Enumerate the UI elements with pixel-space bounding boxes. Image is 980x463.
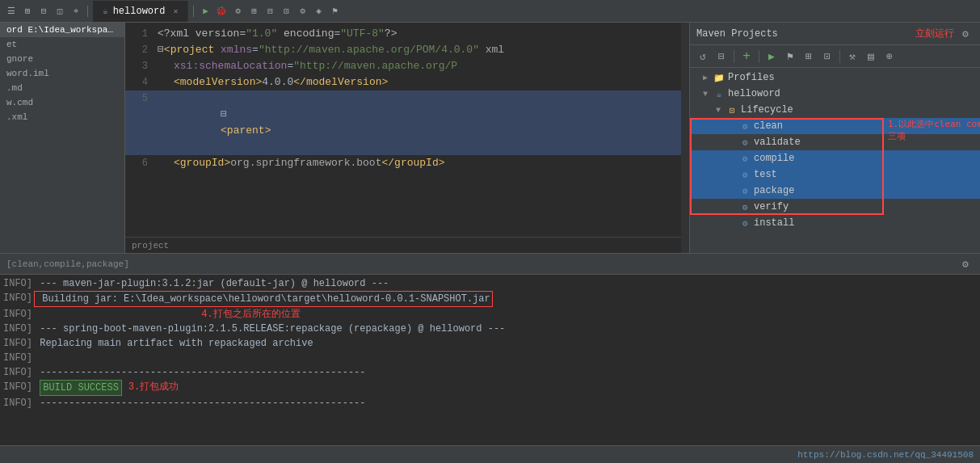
tab-helloword[interactable]: ☕ helloword ✕ — [93, 1, 188, 22]
tree-item-test[interactable]: ⚙ test — [690, 166, 980, 183]
status-url: https://blog.csdn.net/qq_34491508 — [797, 450, 974, 460]
console-line-8: INFO] ----------------------------------… — [3, 396, 977, 410]
sidebar-item-6[interactable]: w.cmd — [0, 95, 124, 110]
toolbar-icon-11[interactable]: ◈ — [312, 5, 325, 18]
code-line-1: 1 <?xml version="1.0" encoding="UTF-8"?> — [125, 26, 681, 42]
console-prefix-8: INFO] — [3, 396, 32, 410]
console-toolbar: [clean,compile,package] ⚙ — [0, 254, 980, 275]
tree-item-lifecycle[interactable]: ▼ ⊡ Lifecycle — [690, 102, 980, 118]
toolbar-icon-5[interactable]: ⌖ — [69, 5, 82, 18]
install-label: install — [754, 217, 794, 229]
validate-gear-icon: ⚙ — [738, 137, 751, 148]
toolbar-icon-10[interactable]: ⚙ — [296, 5, 309, 18]
console-line-7: INFO] BUILD SUCCESS 3.打包成功 — [3, 380, 977, 396]
maven-collapse-icon[interactable]: ⊟ — [713, 48, 730, 65]
line-num-5: 5 — [125, 90, 158, 107]
console-text-5 — [34, 351, 40, 365]
toolbar-icon-3[interactable]: ⊟ — [37, 5, 50, 18]
sidebar-item-5-label: .md — [6, 83, 23, 93]
test-label: test — [754, 169, 777, 180]
scroll-indicator[interactable] — [681, 23, 689, 253]
maven-tree[interactable]: ▶ 📁 Profiles ▼ ☕ helloword ▼ ⊡ Lifecycle — [690, 68, 980, 253]
tree-item-install[interactable]: ⚙ install — [690, 215, 980, 231]
toolbar-icon-8[interactable]: ⊟ — [263, 5, 276, 18]
build-success-badge: BUILD SUCCESS — [40, 380, 122, 396]
console-jar-path: Building jar: E:\Idea_workspace\hellowor… — [34, 291, 493, 307]
sidebar-item-7-label: .xml — [6, 112, 27, 122]
sidebar-item-6-label: w.cmd — [6, 98, 33, 107]
console-text-3: --- spring-boot-maven-plugin:2.1.5.RELEA… — [34, 322, 505, 336]
tree-item-package[interactable]: ⚙ package — [690, 183, 980, 199]
console-content: INFO] --- maven-jar-plugin:3.1.2:jar (de… — [0, 275, 980, 445]
console-prefix-6: INFO] — [3, 365, 32, 380]
tree-item-validate[interactable]: ⚙ validate — [690, 134, 980, 150]
maven-panel: Maven Projects 立刻运行 ⚙ ↺ ⊟ + ▶ ⚑ ⊞ ⊡ ⚒ ▤ … — [689, 23, 980, 253]
sidebar-item-7[interactable]: .xml — [0, 110, 124, 124]
console-line-0: INFO] --- maven-jar-plugin:3.1.2:jar (de… — [3, 276, 977, 291]
line-code-3: xsi:schemaLocation="http://maven.apache.… — [158, 58, 681, 74]
verify-label: verify — [754, 201, 789, 213]
sidebar-item-4[interactable]: word.iml — [0, 66, 124, 81]
sidebar-item-2-label: et — [6, 40, 17, 49]
main-area: ord E:\Idea_workspace\he et gnore word.i… — [0, 23, 980, 253]
lifecycle-label: Lifecycle — [741, 104, 793, 116]
debug-icon[interactable]: 🐞 — [215, 5, 228, 18]
maven-toolbar-sep — [734, 50, 734, 63]
tree-item-clean[interactable]: ⚙ clean — [690, 118, 980, 134]
breadcrumb: project — [125, 237, 681, 253]
maven-run-icon[interactable]: ▶ — [763, 48, 780, 65]
console-line-4: INFO] Replacing main artifact with repac… — [3, 336, 977, 351]
sidebar-item-2[interactable]: et — [0, 37, 124, 52]
maven-toggle-icon[interactable]: ⊡ — [819, 48, 835, 65]
toolbar-icon-9[interactable]: ⊡ — [280, 5, 292, 18]
profiles-label: Profiles — [728, 72, 775, 83]
lifecycle-icon: ⊡ — [726, 105, 738, 116]
toolbar-icon-4[interactable]: ◫ — [53, 5, 66, 18]
tree-item-helloword[interactable]: ▼ ☕ helloword — [690, 86, 980, 102]
maven-toolbar: ↺ ⊟ + ▶ ⚑ ⊞ ⊡ ⚒ ▤ ⊕ — [690, 45, 980, 68]
sidebar-item-1[interactable]: ord E:\Idea_workspace\he — [0, 23, 124, 37]
helloword-icon: ☕ — [713, 89, 726, 99]
maven-skip-icon[interactable]: ⊞ — [801, 48, 817, 65]
tree-item-verify[interactable]: ⚙ verify — [690, 199, 980, 215]
toolbar-icon-7[interactable]: ⊞ — [247, 5, 260, 18]
clean-label: clean — [754, 120, 783, 132]
package-gear-icon: ⚙ — [738, 186, 751, 196]
maven-icon-2[interactable]: ▤ — [863, 48, 879, 65]
toolbar-icon-6[interactable]: ⚙ — [231, 5, 244, 18]
console-settings-icon[interactable]: ⚙ — [957, 256, 974, 272]
left-sidebar: ord E:\Idea_workspace\he et gnore word.i… — [0, 23, 125, 253]
maven-icon-1[interactable]: ⚒ — [844, 48, 860, 65]
maven-add-icon[interactable]: + — [738, 48, 755, 65]
code-line-2: 2 ⊟<project xmlns="http://maven.apache.o… — [125, 42, 681, 58]
maven-debug-icon[interactable]: ⚑ — [782, 48, 798, 65]
bottom-area: [clean,compile,package] ⚙ INFO] --- mave… — [0, 253, 980, 463]
code-line-5: 5 ⊟ <parent> — [125, 90, 681, 155]
maven-reload-icon[interactable]: ↺ — [695, 48, 711, 65]
editor-content[interactable]: 1 <?xml version="1.0" encoding="UTF-8"?>… — [125, 23, 681, 237]
console-line-6: INFO] ----------------------------------… — [3, 365, 977, 380]
console-text-8: ----------------------------------------… — [34, 396, 365, 410]
toolbar-icon-12[interactable]: ⚑ — [328, 5, 341, 18]
run-icon[interactable]: ▶ — [199, 5, 212, 18]
console-line-3: INFO] --- spring-boot-maven-plugin:2.1.5… — [3, 322, 977, 336]
tab-bar: ☕ helloword ✕ — [93, 1, 188, 22]
console-line-5: INFO] — [3, 351, 977, 365]
sidebar-item-3[interactable]: gnore — [0, 52, 124, 66]
sidebar-item-5[interactable]: .md — [0, 81, 124, 95]
toolbar-sep-1 — [87, 6, 88, 17]
toolbar-icon-2[interactable]: ⊞ — [21, 5, 34, 18]
tab-close-icon[interactable]: ✕ — [173, 6, 178, 16]
line-num-4: 4 — [125, 74, 158, 90]
toolbar-icon-1[interactable]: ☰ — [5, 5, 18, 18]
compile-gear-icon: ⚙ — [738, 154, 751, 164]
maven-icon-3[interactable]: ⊕ — [881, 48, 898, 65]
tree-item-profiles[interactable]: ▶ 📁 Profiles — [690, 69, 980, 86]
tree-item-compile[interactable]: ⚙ compile — [690, 150, 980, 166]
tab-file-icon: ☕ — [103, 6, 108, 16]
helloword-label: helloword — [728, 88, 780, 99]
maven-settings-icon[interactable]: ⚙ — [957, 26, 974, 42]
toolbar-sep-2 — [193, 6, 194, 17]
install-gear-icon: ⚙ — [738, 218, 751, 229]
console-text-0: --- maven-jar-plugin:3.1.2:jar (default-… — [34, 276, 389, 291]
